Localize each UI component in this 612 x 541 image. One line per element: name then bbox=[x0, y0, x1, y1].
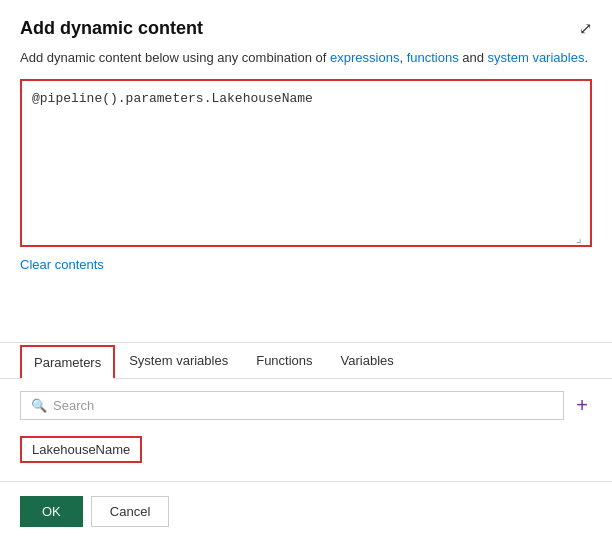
search-section: 🔍 + bbox=[0, 379, 612, 432]
description-text: Add dynamic content below using any comb… bbox=[20, 50, 588, 65]
add-dynamic-content-dialog: Add dynamic content ⤢ Add dynamic conten… bbox=[0, 0, 612, 541]
expression-input[interactable]: @pipeline().parameters.LakehouseName bbox=[22, 81, 590, 241]
system-variables-link[interactable]: system variables bbox=[488, 50, 585, 65]
tab-variables[interactable]: Variables bbox=[327, 343, 408, 378]
tab-functions[interactable]: Functions bbox=[242, 343, 326, 378]
dialog-title: Add dynamic content bbox=[20, 18, 203, 39]
tab-parameters[interactable]: Parameters bbox=[20, 345, 115, 378]
search-input[interactable] bbox=[53, 398, 553, 413]
dialog-header: Add dynamic content ⤢ bbox=[0, 0, 612, 49]
expand-icon[interactable]: ⤢ bbox=[579, 19, 592, 38]
dialog-footer: OK Cancel bbox=[0, 481, 612, 541]
tab-system-variables[interactable]: System variables bbox=[115, 343, 242, 378]
tabs-row: Parameters System variables Functions Va… bbox=[0, 343, 612, 379]
expressions-link[interactable]: expressions bbox=[330, 50, 399, 65]
content-area: @pipeline().parameters.LakehouseName ⌟ C… bbox=[0, 79, 612, 342]
add-parameter-button[interactable]: + bbox=[572, 394, 592, 417]
tabs-section: Parameters System variables Functions Va… bbox=[0, 342, 612, 481]
clear-contents-section: Clear contents bbox=[20, 247, 592, 285]
ok-button[interactable]: OK bbox=[20, 496, 83, 527]
params-list: LakehouseName bbox=[0, 432, 612, 481]
search-icon: 🔍 bbox=[31, 398, 47, 413]
expression-input-wrapper: @pipeline().parameters.LakehouseName ⌟ bbox=[20, 79, 592, 247]
search-wrapper: 🔍 bbox=[20, 391, 564, 420]
resize-handle: ⌟ bbox=[576, 231, 588, 243]
clear-contents-link[interactable]: Clear contents bbox=[20, 257, 104, 272]
param-item-lakehousename[interactable]: LakehouseName bbox=[20, 436, 142, 463]
dialog-description: Add dynamic content below using any comb… bbox=[0, 49, 612, 79]
cancel-button[interactable]: Cancel bbox=[91, 496, 169, 527]
functions-link[interactable]: functions bbox=[407, 50, 459, 65]
